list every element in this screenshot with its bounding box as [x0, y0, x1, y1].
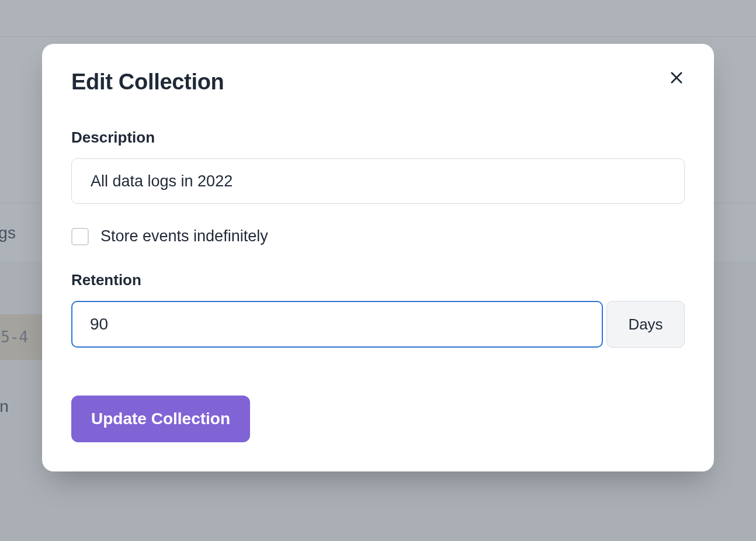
retention-row: Days: [71, 301, 685, 348]
description-input[interactable]: [71, 158, 685, 204]
close-icon: [668, 70, 685, 86]
store-indefinitely-label: Store events indefinitely: [100, 227, 268, 245]
retention-unit: Days: [606, 301, 685, 348]
edit-collection-modal: Edit Collection Description Store events…: [42, 44, 714, 471]
store-indefinitely-checkbox[interactable]: [71, 228, 89, 245]
store-indefinitely-row: Store events indefinitely: [71, 227, 685, 245]
retention-label: Retention: [71, 271, 685, 289]
close-button[interactable]: [665, 66, 688, 89]
modal-title: Edit Collection: [71, 70, 224, 95]
description-label: Description: [71, 129, 685, 147]
update-collection-button[interactable]: Update Collection: [71, 396, 250, 442]
retention-input[interactable]: [71, 301, 603, 348]
modal-header: Edit Collection: [71, 70, 685, 95]
